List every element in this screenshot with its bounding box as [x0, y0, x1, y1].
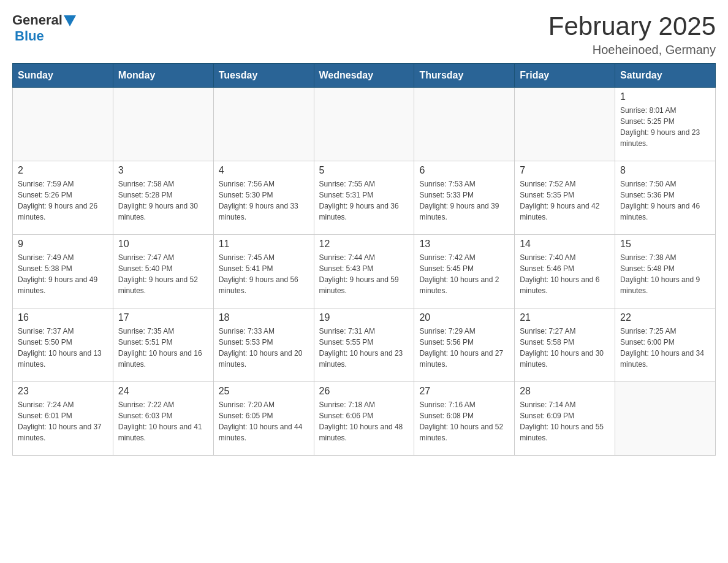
- day-info: Sunrise: 7:25 AM Sunset: 6:00 PM Dayligh…: [620, 326, 710, 370]
- day-info: Sunrise: 7:50 AM Sunset: 5:36 PM Dayligh…: [620, 178, 710, 223]
- day-info: Sunrise: 7:31 AM Sunset: 5:55 PM Dayligh…: [319, 326, 409, 370]
- calendar-cell: 18Sunrise: 7:33 AM Sunset: 5:53 PM Dayli…: [213, 308, 314, 382]
- day-number: 28: [520, 386, 610, 397]
- day-info: Sunrise: 7:53 AM Sunset: 5:33 PM Dayligh…: [419, 178, 509, 223]
- day-number: 19: [319, 312, 409, 323]
- calendar-title: February 2025: [548, 12, 716, 40]
- day-number: 3: [118, 165, 208, 176]
- calendar-cell: [113, 88, 213, 161]
- calendar-cell: 23Sunrise: 7:24 AM Sunset: 6:01 PM Dayli…: [13, 382, 113, 456]
- day-number: 14: [520, 239, 610, 250]
- logo-general-text: General: [12, 12, 63, 28]
- day-number: 25: [219, 386, 309, 397]
- day-info: Sunrise: 7:35 AM Sunset: 5:51 PM Dayligh…: [118, 326, 208, 370]
- day-info: Sunrise: 7:47 AM Sunset: 5:40 PM Dayligh…: [118, 252, 208, 296]
- calendar-cell: 13Sunrise: 7:42 AM Sunset: 5:45 PM Dayli…: [414, 235, 515, 308]
- day-number: 16: [18, 312, 108, 323]
- day-number: 18: [219, 312, 309, 323]
- weekday-header-tuesday: Tuesday: [213, 64, 314, 88]
- day-number: 23: [18, 386, 108, 397]
- day-number: 8: [620, 165, 710, 176]
- logo-blue-text: Blue: [15, 28, 44, 44]
- week-row-5: 23Sunrise: 7:24 AM Sunset: 6:01 PM Dayli…: [13, 382, 716, 456]
- title-area: February 2025 Hoeheinoed, Germany: [548, 12, 716, 57]
- day-number: 20: [419, 312, 509, 323]
- day-number: 21: [520, 312, 610, 323]
- day-info: Sunrise: 7:38 AM Sunset: 5:48 PM Dayligh…: [620, 252, 710, 296]
- day-number: 10: [118, 239, 208, 250]
- day-number: 26: [319, 386, 409, 397]
- calendar-cell: 4Sunrise: 7:56 AM Sunset: 5:30 PM Daylig…: [213, 161, 314, 235]
- day-number: 12: [319, 239, 409, 250]
- day-number: 9: [18, 239, 108, 250]
- page-header: General Blue February 2025 Hoeheinoed, G…: [12, 12, 716, 57]
- svg-marker-0: [64, 15, 76, 26]
- day-info: Sunrise: 7:40 AM Sunset: 5:46 PM Dayligh…: [520, 252, 610, 296]
- day-info: Sunrise: 7:20 AM Sunset: 6:05 PM Dayligh…: [219, 399, 309, 443]
- day-info: Sunrise: 7:33 AM Sunset: 5:53 PM Dayligh…: [219, 326, 309, 370]
- calendar-cell: 12Sunrise: 7:44 AM Sunset: 5:43 PM Dayli…: [314, 235, 414, 308]
- calendar-cell: 10Sunrise: 7:47 AM Sunset: 5:40 PM Dayli…: [113, 235, 213, 308]
- calendar-cell: 1Sunrise: 8:01 AM Sunset: 5:25 PM Daylig…: [615, 88, 716, 161]
- calendar-cell: 6Sunrise: 7:53 AM Sunset: 5:33 PM Daylig…: [414, 161, 515, 235]
- calendar-cell: 7Sunrise: 7:52 AM Sunset: 5:35 PM Daylig…: [515, 161, 615, 235]
- day-info: Sunrise: 7:42 AM Sunset: 5:45 PM Dayligh…: [419, 252, 509, 296]
- day-info: Sunrise: 7:27 AM Sunset: 5:58 PM Dayligh…: [520, 326, 610, 370]
- calendar-cell: 25Sunrise: 7:20 AM Sunset: 6:05 PM Dayli…: [213, 382, 314, 456]
- week-row-2: 2Sunrise: 7:59 AM Sunset: 5:26 PM Daylig…: [13, 161, 716, 235]
- day-info: Sunrise: 7:14 AM Sunset: 6:09 PM Dayligh…: [520, 399, 610, 443]
- week-row-1: 1Sunrise: 8:01 AM Sunset: 5:25 PM Daylig…: [13, 88, 716, 161]
- day-info: Sunrise: 7:18 AM Sunset: 6:06 PM Dayligh…: [319, 399, 409, 443]
- day-info: Sunrise: 7:24 AM Sunset: 6:01 PM Dayligh…: [18, 399, 108, 443]
- day-info: Sunrise: 7:44 AM Sunset: 5:43 PM Dayligh…: [319, 252, 409, 296]
- calendar-cell: 20Sunrise: 7:29 AM Sunset: 5:56 PM Dayli…: [414, 308, 515, 382]
- calendar-cell: 26Sunrise: 7:18 AM Sunset: 6:06 PM Dayli…: [314, 382, 414, 456]
- calendar-table: SundayMondayTuesdayWednesdayThursdayFrid…: [12, 63, 716, 456]
- week-row-3: 9Sunrise: 7:49 AM Sunset: 5:38 PM Daylig…: [13, 235, 716, 308]
- day-info: Sunrise: 7:16 AM Sunset: 6:08 PM Dayligh…: [419, 399, 509, 443]
- day-number: 2: [18, 165, 108, 176]
- calendar-cell: 8Sunrise: 7:50 AM Sunset: 5:36 PM Daylig…: [615, 161, 716, 235]
- day-number: 7: [520, 165, 610, 176]
- day-number: 17: [118, 312, 208, 323]
- calendar-cell: 24Sunrise: 7:22 AM Sunset: 6:03 PM Dayli…: [113, 382, 213, 456]
- weekday-header-row: SundayMondayTuesdayWednesdayThursdayFrid…: [13, 64, 716, 88]
- calendar-cell: 15Sunrise: 7:38 AM Sunset: 5:48 PM Dayli…: [615, 235, 716, 308]
- week-row-4: 16Sunrise: 7:37 AM Sunset: 5:50 PM Dayli…: [13, 308, 716, 382]
- calendar-subtitle: Hoeheinoed, Germany: [548, 43, 716, 57]
- weekday-header-sunday: Sunday: [13, 64, 113, 88]
- calendar-cell: 28Sunrise: 7:14 AM Sunset: 6:09 PM Dayli…: [515, 382, 615, 456]
- weekday-header-saturday: Saturday: [615, 64, 716, 88]
- day-number: 13: [419, 239, 509, 250]
- calendar-cell: [615, 382, 716, 456]
- calendar-cell: [213, 88, 314, 161]
- calendar-cell: 19Sunrise: 7:31 AM Sunset: 5:55 PM Dayli…: [314, 308, 414, 382]
- calendar-cell: 17Sunrise: 7:35 AM Sunset: 5:51 PM Dayli…: [113, 308, 213, 382]
- weekday-header-wednesday: Wednesday: [314, 64, 414, 88]
- day-number: 1: [620, 91, 710, 102]
- day-info: Sunrise: 7:56 AM Sunset: 5:30 PM Dayligh…: [219, 178, 309, 223]
- calendar-cell: 22Sunrise: 7:25 AM Sunset: 6:00 PM Dayli…: [615, 308, 716, 382]
- day-number: 22: [620, 312, 710, 323]
- day-info: Sunrise: 7:55 AM Sunset: 5:31 PM Dayligh…: [319, 178, 409, 223]
- calendar-cell: [515, 88, 615, 161]
- calendar-cell: 27Sunrise: 7:16 AM Sunset: 6:08 PM Dayli…: [414, 382, 515, 456]
- day-number: 4: [219, 165, 309, 176]
- day-info: Sunrise: 7:49 AM Sunset: 5:38 PM Dayligh…: [18, 252, 108, 296]
- calendar-cell: [13, 88, 113, 161]
- calendar-cell: 21Sunrise: 7:27 AM Sunset: 5:58 PM Dayli…: [515, 308, 615, 382]
- day-number: 5: [319, 165, 409, 176]
- day-info: Sunrise: 7:37 AM Sunset: 5:50 PM Dayligh…: [18, 326, 108, 370]
- day-number: 15: [620, 239, 710, 250]
- calendar-cell: 2Sunrise: 7:59 AM Sunset: 5:26 PM Daylig…: [13, 161, 113, 235]
- calendar-cell: 9Sunrise: 7:49 AM Sunset: 5:38 PM Daylig…: [13, 235, 113, 308]
- weekday-header-monday: Monday: [113, 64, 213, 88]
- calendar-cell: 14Sunrise: 7:40 AM Sunset: 5:46 PM Dayli…: [515, 235, 615, 308]
- calendar-cell: 16Sunrise: 7:37 AM Sunset: 5:50 PM Dayli…: [13, 308, 113, 382]
- weekday-header-thursday: Thursday: [414, 64, 515, 88]
- logo: General Blue: [12, 12, 76, 44]
- day-info: Sunrise: 7:45 AM Sunset: 5:41 PM Dayligh…: [219, 252, 309, 296]
- calendar-cell: 11Sunrise: 7:45 AM Sunset: 5:41 PM Dayli…: [213, 235, 314, 308]
- logo-triangle-icon: [64, 15, 76, 26]
- weekday-header-friday: Friday: [515, 64, 615, 88]
